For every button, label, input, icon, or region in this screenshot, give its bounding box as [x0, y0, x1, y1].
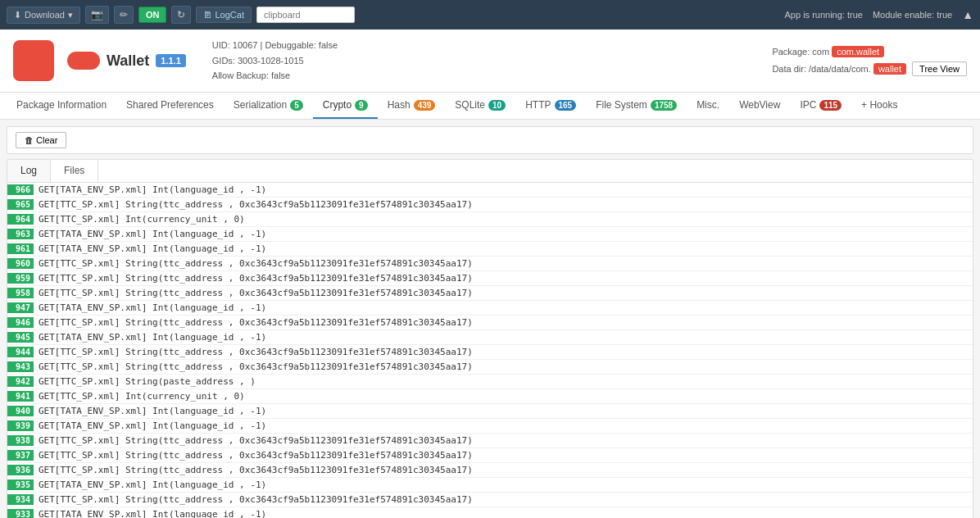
log-text: GET[TTC_SP.xml] String(ttc_address , 0xc… — [34, 272, 478, 284]
log-row: 937 GET[TTC_SP.xml] String(ttc_address ,… — [7, 448, 973, 463]
log-number: 940 — [7, 406, 34, 416]
log-number: 964 — [7, 214, 34, 225]
clipboard-input[interactable] — [256, 7, 355, 23]
screenshot-button[interactable]: 📷 — [85, 6, 109, 24]
log-number: 960 — [7, 258, 34, 269]
log-row: 939 GET[TATA_ENV_SP.xml] Int(language_id… — [7, 419, 973, 434]
tab-webview[interactable]: WebView — [729, 93, 790, 119]
tabs-bar: Package InformationShared PreferencesSer… — [0, 93, 980, 120]
tab-file-system[interactable]: File System 1758 — [586, 93, 687, 119]
package-badge: com.wallet — [832, 46, 884, 57]
log-text: GET[TTC_SP.xml] String(ttc_address , 0xc… — [34, 257, 478, 270]
log-number: 934 — [7, 494, 34, 505]
dropdown-arrow-icon: ▾ — [68, 10, 73, 20]
log-number: 963 — [7, 229, 34, 239]
log-number: 942 — [7, 376, 34, 387]
logcat-icon: 🖹 — [203, 10, 212, 20]
tab-crypto[interactable]: Crypto 9 — [313, 93, 378, 119]
log-row: 934 GET[TTC_SP.xml] String(ttc_address ,… — [7, 493, 973, 507]
tab-ipc[interactable]: IPC 115 — [790, 93, 851, 119]
log-number: 941 — [7, 391, 34, 402]
edit-button[interactable]: ✏ — [114, 6, 134, 24]
tab-sqlite[interactable]: SQLite 10 — [445, 93, 515, 119]
tab-package-information[interactable]: Package Information — [7, 93, 116, 119]
tab-http[interactable]: HTTP 165 — [515, 93, 586, 119]
log-row: 933 GET[TATA_ENV_SP.xml] Int(language_id… — [7, 507, 973, 518]
log-text: GET[TTC_SP.xml] String(ttc_address , 0xc… — [34, 287, 478, 299]
tab-+-hooks[interactable]: + Hooks — [851, 93, 907, 119]
log-row: 960 GET[TTC_SP.xml] String(ttc_address ,… — [7, 257, 973, 271]
refresh-icon: ↻ — [177, 9, 185, 20]
log-row: 941 GET[TTC_SP.xml] Int(currency_unit , … — [7, 389, 973, 404]
log-number: 938 — [7, 435, 34, 446]
log-row: 947 GET[TATA_ENV_SP.xml] Int(language_id… — [7, 301, 973, 316]
app-name-area: Wallet 1.1.1 — [67, 52, 186, 70]
log-number: 939 — [7, 420, 34, 431]
log-text: GET[TTC_SP.xml] String(ttc_address , 0xc… — [34, 434, 478, 447]
log-row: 965 GET[TTC_SP.xml] String(ttc_address ,… — [7, 198, 973, 212]
toolbar: ⬇ Download ▾ 📷 ✏ ON ↻ 🖹 LogCat App is ru… — [0, 0, 980, 30]
log-row: 943 GET[TTC_SP.xml] String(ttc_address ,… — [7, 360, 973, 375]
tab-serialization[interactable]: Serialization 5 — [224, 93, 313, 119]
log-text: GET[TTC_SP.xml] String(ttc_address , 0xc… — [34, 198, 478, 211]
log-number: 961 — [7, 243, 34, 254]
log-row: 961 GET[TATA_ENV_SP.xml] Int(language_id… — [7, 242, 973, 257]
log-text: GET[TATA_ENV_SP.xml] Int(language_id , -… — [34, 405, 271, 417]
log-number: 965 — [7, 199, 34, 210]
download-button[interactable]: ⬇ Download ▾ — [7, 7, 80, 24]
log-text: GET[TTC_SP.xml] String(ttc_address , 0xc… — [34, 316, 478, 329]
pencil-icon: ✏ — [120, 9, 128, 20]
log-row: 964 GET[TTC_SP.xml] Int(currency_unit , … — [7, 212, 973, 227]
log-text: GET[TATA_ENV_SP.xml] Int(language_id , -… — [34, 420, 271, 432]
tab-hash[interactable]: Hash 439 — [378, 93, 446, 119]
log-number: 959 — [7, 273, 34, 284]
log-tab-files[interactable]: Files — [51, 160, 98, 182]
log-row: 963 GET[TATA_ENV_SP.xml] Int(language_id… — [7, 227, 973, 242]
content-area: 🗑 Clear LogFiles 966 GET[TATA_ENV_SP.xml… — [0, 120, 980, 518]
log-text: GET[TATA_ENV_SP.xml] Int(language_id , -… — [34, 508, 271, 518]
log-text: GET[TATA_ENV_SP.xml] Int(language_id , -… — [34, 302, 271, 314]
log-row: 959 GET[TTC_SP.xml] String(ttc_address ,… — [7, 271, 973, 286]
log-text: GET[TATA_ENV_SP.xml] Int(language_id , -… — [34, 331, 271, 343]
log-number: 947 — [7, 302, 34, 313]
log-number: 936 — [7, 465, 34, 475]
log-number: 943 — [7, 361, 34, 372]
tab-misc.[interactable]: Misc. — [687, 93, 729, 119]
log-tab-log[interactable]: Log — [7, 160, 51, 182]
log-number: 946 — [7, 317, 34, 328]
tab-shared-preferences[interactable]: Shared Preferences — [116, 93, 224, 119]
clear-button[interactable]: 🗑 Clear — [16, 132, 66, 148]
log-text: GET[TATA_ENV_SP.xml] Int(language_id , -… — [34, 243, 271, 255]
app-info-bar: Wallet 1.1.1 UID: 10067 | Debuggable: fa… — [0, 30, 980, 93]
log-text: GET[TTC_SP.xml] Int(currency_unit , 0) — [34, 390, 250, 402]
toolbar-arrow-icon[interactable]: ▲ — [962, 8, 973, 21]
refresh-button[interactable]: ↻ — [171, 6, 191, 24]
log-row: 942 GET[TTC_SP.xml] String(paste_address… — [7, 375, 973, 389]
log-row: 966 GET[TATA_ENV_SP.xml] Int(language_id… — [7, 183, 973, 198]
log-number: 933 — [7, 509, 34, 518]
app-icon — [13, 40, 54, 81]
log-text: GET[TATA_ENV_SP.xml] Int(language_id , -… — [34, 184, 271, 196]
download-icon: ⬇ — [14, 10, 21, 20]
logcat-button[interactable]: 🖹 LogCat — [196, 7, 252, 23]
log-text: GET[TATA_ENV_SP.xml] Int(language_id , -… — [34, 479, 271, 491]
toolbar-status: App is running: true Module enable: true… — [785, 8, 973, 21]
tree-view-button[interactable]: Tree View — [912, 61, 967, 76]
log-text: GET[TTC_SP.xml] Int(currency_unit , 0) — [34, 213, 250, 225]
log-row: 938 GET[TTC_SP.xml] String(ttc_address ,… — [7, 434, 973, 448]
log-row: 958 GET[TTC_SP.xml] String(ttc_address ,… — [7, 286, 973, 301]
log-content[interactable]: 966 GET[TATA_ENV_SP.xml] Int(language_id… — [7, 182, 973, 518]
log-number: 958 — [7, 288, 34, 298]
log-files-tabs: LogFiles — [7, 159, 973, 182]
toggle-on-button[interactable]: ON — [138, 7, 167, 23]
log-text: GET[TTC_SP.xml] String(ttc_address , 0xc… — [34, 361, 478, 373]
log-number: 937 — [7, 450, 34, 461]
log-text: GET[TTC_SP.xml] String(ttc_address , 0xc… — [34, 464, 478, 476]
clear-bar: 🗑 Clear — [7, 126, 973, 154]
app-meta: UID: 10067 | Debuggable: false GIDs: 300… — [212, 38, 338, 84]
log-text: GET[TTC_SP.xml] String(ttc_address , 0xc… — [34, 493, 478, 506]
app-logo — [67, 52, 100, 70]
log-text: GET[TTC_SP.xml] String(ttc_address , 0xc… — [34, 449, 478, 461]
app-meta-right: Package: com com.wallet Data dir: /data/… — [772, 43, 967, 78]
version-badge: 1.1.1 — [156, 54, 185, 67]
